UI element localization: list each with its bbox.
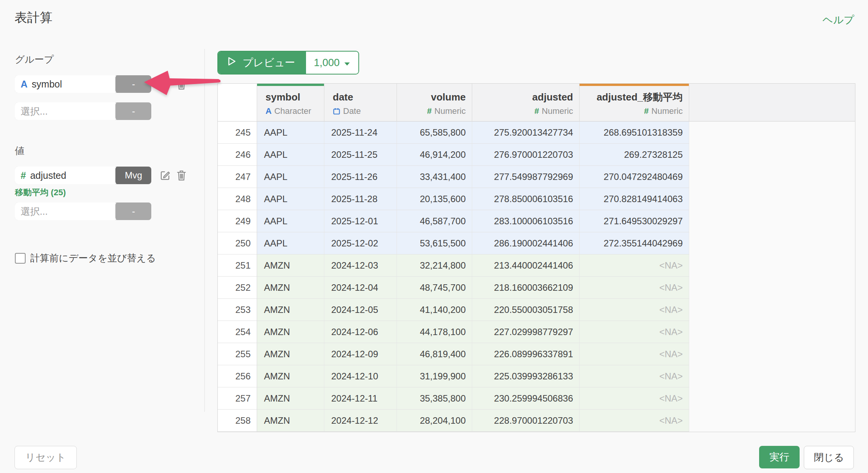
cell-date: 2024-12-09: [324, 343, 397, 365]
group-empty-aggregate-badge[interactable]: -: [115, 102, 151, 120]
cell-volume: 44,178,100: [397, 321, 472, 343]
cell-adjusted: 283.100006103516: [472, 210, 580, 232]
cell-adjusted_移動平均: <NA>: [580, 365, 689, 387]
numeric-type-icon: #: [427, 106, 432, 116]
edit-icon[interactable]: [159, 170, 171, 181]
cell-adjusted_移動平均: 270.047292480469: [580, 166, 689, 188]
group-field-symbol-value[interactable]: A symbol: [15, 75, 115, 93]
row-number-cell: 250: [218, 232, 257, 254]
column-title: date: [333, 92, 353, 103]
value-section-label: 値: [15, 144, 24, 157]
cell-adjusted: 220.550003051758: [472, 299, 580, 321]
cell-symbol: AMZN: [257, 321, 324, 343]
column-type: #Numeric: [427, 106, 466, 116]
group-field-empty[interactable]: 選択... -: [15, 102, 151, 120]
group-field-placeholder: 選択...: [21, 105, 48, 118]
cell-symbol: AMZN: [257, 299, 324, 321]
column-title: adjusted: [532, 92, 573, 103]
trash-icon[interactable]: [176, 170, 188, 181]
row-number-cell: 248: [218, 188, 257, 210]
cell-volume: 31,199,900: [397, 365, 472, 387]
cell-date: 2024-12-06: [324, 321, 397, 343]
help-link[interactable]: ヘルプ: [823, 13, 854, 27]
cell-symbol: AAPL: [257, 166, 324, 188]
column-type-label: Character: [274, 106, 311, 116]
cell-date: 2024-12-11: [324, 387, 397, 410]
column-type-label: Numeric: [542, 106, 573, 116]
cell-date: 2024-12-12: [324, 410, 397, 432]
numeric-type-icon: #: [534, 106, 539, 116]
cell-volume: 46,819,400: [397, 343, 472, 365]
cell-volume: 46,914,200: [397, 144, 472, 166]
cell-adjusted_移動平均: 268.695101318359: [580, 121, 689, 144]
sort-before-calc-checkbox[interactable]: [15, 253, 26, 264]
group-field-symbol[interactable]: A symbol -: [15, 75, 151, 93]
cell-adjusted: 225.039993286133: [472, 365, 580, 387]
sort-before-calc-row[interactable]: 計算前にデータを並び替える: [15, 252, 156, 264]
value-field-empty[interactable]: 選択... -: [15, 202, 151, 220]
value-empty-aggregate-badge[interactable]: -: [115, 202, 151, 220]
column-header-2: dateDate: [324, 84, 397, 121]
row-number-cell: 256: [218, 365, 257, 387]
cell-adjusted_移動平均: <NA>: [580, 321, 689, 343]
group-section-label: グループ: [15, 53, 54, 66]
filler-column-header: [689, 84, 855, 121]
column-header-5: adjusted_移動平均#Numeric: [580, 84, 689, 121]
column-type-label: Date: [343, 106, 361, 116]
row-number-cell: 255: [218, 343, 257, 365]
row-number-cell: 251: [218, 254, 257, 277]
character-type-icon: A: [266, 106, 272, 116]
play-icon: [227, 56, 237, 70]
annotation-arrow: [138, 67, 225, 101]
column-header-3: volume#Numeric: [397, 84, 472, 121]
cell-symbol: AMZN: [257, 365, 324, 387]
row-number-cell: 252: [218, 277, 257, 299]
value-field-adjusted-value[interactable]: # adjusted: [15, 167, 115, 184]
column-header-4: adjusted#Numeric: [472, 84, 580, 121]
row-number-cell: 245: [218, 121, 257, 144]
row-number-cell: 258: [218, 410, 257, 432]
preview-run-segment[interactable]: プレビュー: [218, 52, 306, 74]
cell-date: 2024-12-03: [324, 254, 397, 277]
cell-adjusted_移動平均: 271.649530029297: [580, 210, 689, 232]
moving-average-detail[interactable]: 移動平均 (25): [15, 187, 66, 198]
numeric-type-icon: #: [644, 106, 649, 116]
cell-adjusted: 277.549987792969: [472, 166, 580, 188]
cell-symbol: AAPL: [257, 188, 324, 210]
column-title: adjusted_移動平均: [597, 92, 683, 103]
row-number-cell: 247: [218, 166, 257, 188]
chevron-down-icon: [344, 57, 350, 69]
cell-adjusted_移動平均: <NA>: [580, 277, 689, 299]
value-field-adjusted[interactable]: # adjusted Mvg: [15, 167, 151, 184]
close-button[interactable]: 閉じる: [804, 446, 854, 469]
row-limit-value: 1,000: [314, 57, 340, 69]
cell-volume: 46,587,700: [397, 210, 472, 232]
cell-adjusted: 286.190002441406: [472, 232, 580, 254]
preview-button[interactable]: プレビュー 1,000: [217, 51, 359, 75]
cell-volume: 53,615,500: [397, 232, 472, 254]
cell-symbol: AMZN: [257, 387, 324, 410]
cell-date: 2025-11-24: [324, 121, 397, 144]
cell-volume: 20,135,600: [397, 188, 472, 210]
cell-date: 2025-12-02: [324, 232, 397, 254]
run-button[interactable]: 実行: [759, 446, 800, 468]
cell-adjusted: 228.970001220703: [472, 410, 580, 432]
cell-volume: 28,204,100: [397, 410, 472, 432]
cell-adjusted_移動平均: <NA>: [580, 387, 689, 410]
reset-button[interactable]: リセット: [15, 446, 77, 469]
cell-symbol: AAPL: [257, 232, 324, 254]
column-type: #Numeric: [534, 106, 573, 116]
numeric-type-icon: #: [21, 170, 26, 181]
filler-column-body: [689, 121, 855, 432]
cell-symbol: AAPL: [257, 144, 324, 166]
cell-date: 2025-11-25: [324, 144, 397, 166]
cell-adjusted: 213.440002441406: [472, 254, 580, 277]
cell-adjusted_移動平均: <NA>: [580, 410, 689, 432]
value-adjusted-aggregate-badge[interactable]: Mvg: [115, 167, 151, 184]
cell-adjusted_移動平均: 272.355144042969: [580, 232, 689, 254]
row-limit-dropdown[interactable]: 1,000: [306, 52, 359, 74]
cell-adjusted: 226.089996337891: [472, 343, 580, 365]
cell-date: 2025-11-28: [324, 188, 397, 210]
cell-date: 2025-12-01: [324, 210, 397, 232]
cell-adjusted: 218.160003662109: [472, 277, 580, 299]
